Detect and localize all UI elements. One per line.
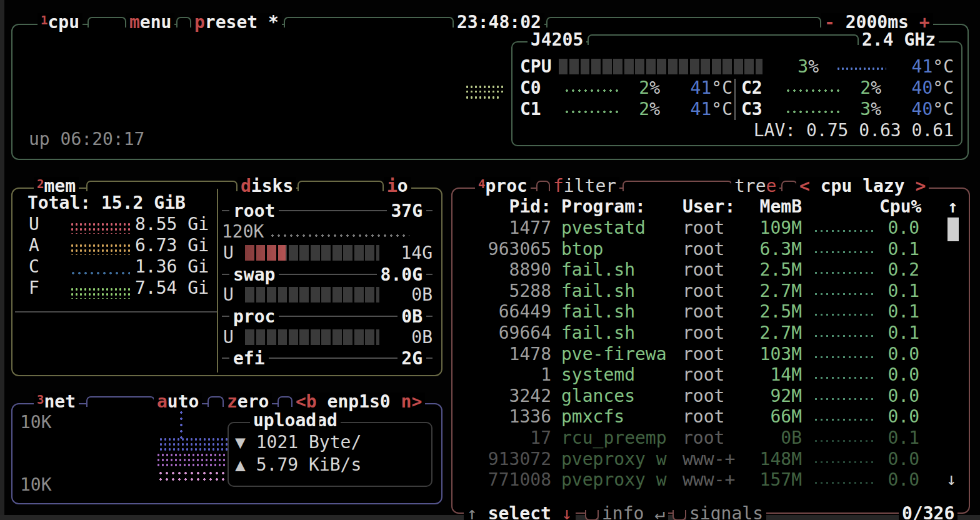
header-cpu[interactable]: Cpu% <box>879 196 919 217</box>
header-mem[interactable]: MemB <box>758 196 802 217</box>
proc-cpu-graph-cell <box>811 364 879 386</box>
next-interface-button[interactable]: n> <box>401 391 422 412</box>
proc-mem: 2.7M <box>758 322 802 344</box>
net-auto-button[interactable]: auto <box>154 392 202 411</box>
core-label: C3 <box>741 99 762 120</box>
scrollbar-thumb[interactable] <box>948 218 959 241</box>
filter-button[interactable]: filter <box>550 177 619 196</box>
sort-next-button[interactable]: > <box>915 176 926 196</box>
proc-user: root <box>682 322 758 344</box>
proc-pid: 963065 <box>459 239 551 260</box>
mem-row-label: A <box>29 235 39 256</box>
core-row: C3 3% 40°C <box>741 99 959 120</box>
cpu-details-box: J4205 2.4 GHz CPU 3% 41°C C0 2% 41°C C1 … <box>511 41 962 146</box>
table-row[interactable]: 963065 btop root 6.3M 0.1 <box>459 239 946 260</box>
proc-user: root <box>682 386 758 407</box>
proc-cpu-graph <box>813 228 874 235</box>
disk-section-proc: proc 0B <box>222 306 432 327</box>
proc-cpu: 0.1 <box>879 428 919 449</box>
prev-interface-button[interactable]: <b <box>296 391 317 412</box>
table-row[interactable]: 913072 pveproxy w www-+ 148M 0.0 <box>459 449 946 470</box>
proc-cpu-graph <box>813 459 874 466</box>
proc-program: fail.sh <box>561 259 682 281</box>
sort-mode-switcher: < cpu lazy > <box>796 177 929 196</box>
mem-row-value: 6.73 Gi <box>128 235 209 256</box>
table-row[interactable]: 771008 pveproxy w www-+ 157M 0.0 <box>459 469 946 491</box>
table-row[interactable]: 66449 fail.sh root 2.5M 0.1 <box>459 301 946 322</box>
table-row[interactable]: 3242 glances root 92M 0.0 <box>459 386 946 407</box>
header-user[interactable]: User: <box>682 196 758 217</box>
disk-used-label: U <box>223 284 234 306</box>
proc-cpu: 0.0 <box>879 449 919 470</box>
proc-pid: 3242 <box>459 386 551 407</box>
io-mode-button[interactable]: io <box>384 177 411 196</box>
proc-program: fail.sh <box>561 322 682 344</box>
disk-name: root <box>229 201 279 221</box>
proc-cpu: 0.1 <box>879 322 919 344</box>
proc-mem: 103M <box>758 344 802 365</box>
table-row[interactable]: 1477 pvestatd root 109M 0.0 <box>459 218 946 239</box>
info-button[interactable]: info ↵ <box>599 504 668 520</box>
proc-cpu-graph-cell <box>811 281 879 302</box>
proc-cpu-graph-cell <box>811 259 879 281</box>
proc-cpu-graph-cell <box>811 301 879 322</box>
proc-cpu-graph <box>813 333 874 340</box>
preset-button[interactable]: preset * <box>191 13 282 32</box>
select-control[interactable]: ↑ select ↓ <box>464 504 576 520</box>
menu-button[interactable]: menu <box>126 13 174 32</box>
proc-mem: 0B <box>758 428 802 449</box>
net-speed-box: download ▼ 1021 Byte/ ▲ 5.79 KiB/s uploa… <box>228 422 432 487</box>
proc-panel-title[interactable]: 4proc <box>475 177 531 196</box>
mem-cached-row: C 1.36 Gi <box>28 256 209 278</box>
sort-mode: cpu lazy <box>821 176 905 196</box>
core-label: C1 <box>520 99 541 120</box>
proc-user: root <box>682 239 758 260</box>
proc-program: pvestatd <box>561 218 682 239</box>
scroll-up-icon[interactable]: ↑ <box>948 196 958 217</box>
header-pid[interactable]: Pid: <box>459 196 551 217</box>
cpu-model: J4205 <box>528 31 586 49</box>
net-hotkey: 3 <box>37 392 44 406</box>
table-row[interactable]: 1 systemd root 14M 0.0 <box>459 364 946 386</box>
cpu-panel-title[interactable]: 1cpu <box>38 13 82 32</box>
scroll-down-icon[interactable]: ↓ <box>946 469 957 489</box>
border-tab <box>546 17 821 28</box>
mem-cached-graph <box>70 270 130 276</box>
mem-row-value: 7.54 Gi <box>128 278 209 299</box>
net-interface-switcher: <b enp1s0 n> <box>292 392 425 411</box>
disk-used-meter <box>245 245 379 261</box>
signals-button[interactable]: signals <box>686 504 766 520</box>
proc-program: btop <box>561 239 682 260</box>
table-row[interactable]: 69664 fail.sh root 2.7M 0.1 <box>459 322 946 344</box>
proc-cpu-graph-cell <box>811 449 879 470</box>
header-program[interactable]: Program: <box>561 196 682 217</box>
proc-pid: 5288 <box>459 281 551 302</box>
net-panel-title[interactable]: 3net <box>34 392 79 411</box>
core-label: C0 <box>520 78 541 99</box>
table-row[interactable]: 17 rcu_preemp root 0B 0.1 <box>459 428 946 449</box>
tree-toggle-button[interactable]: tree <box>731 177 779 196</box>
net-zero-button[interactable]: zero <box>224 392 272 411</box>
table-row[interactable]: 1336 pmxcfs root 66M 0.0 <box>459 406 946 428</box>
disk-size: 0B <box>398 306 426 327</box>
mem-available-graph <box>70 243 130 255</box>
interval-decrease-button[interactable]: - <box>824 12 835 32</box>
proc-pid: 1336 <box>459 406 551 428</box>
proc-cpu: 0.0 <box>879 406 919 428</box>
table-row[interactable]: 5288 fail.sh root 2.7M 0.1 <box>459 281 946 302</box>
sort-prev-button[interactable]: < <box>799 176 810 196</box>
proc-cpu-graph <box>813 417 874 424</box>
proc-cpu-graph <box>813 249 874 256</box>
proc-pid: 913072 <box>459 449 551 470</box>
proc-cpu-graph-cell <box>811 386 879 407</box>
upload-speed: ▲ 5.79 KiB/s <box>235 454 361 475</box>
net-upload-graph <box>156 452 232 469</box>
disk-size: 37G <box>387 201 426 221</box>
proc-user: root <box>682 281 758 302</box>
memory-panel: 2mem disks io Total: 15.2 GiB U 8.55 Gi … <box>11 188 442 376</box>
disks-toggle-button[interactable]: disks <box>238 177 296 196</box>
core-temp: 40°C <box>889 99 954 120</box>
table-row[interactable]: 8890 fail.sh root 2.5M 0.2 <box>459 259 946 281</box>
proc-program: pveproxy w <box>561 469 682 491</box>
table-row[interactable]: 1478 pve-firewa root 103M 0.0 <box>459 344 946 365</box>
